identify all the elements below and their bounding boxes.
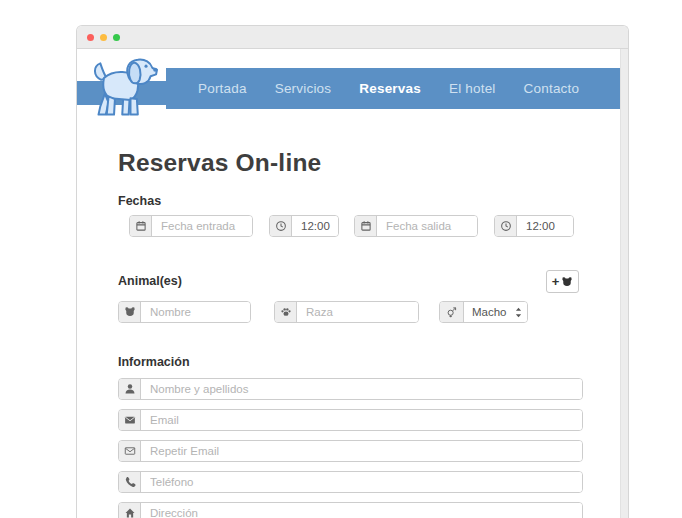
nav-item-reservas[interactable]: Reservas	[345, 81, 435, 96]
select-caret-icon	[515, 307, 522, 318]
envelope-outline-icon	[119, 441, 141, 461]
info-row	[118, 440, 583, 462]
nav-item-contacto[interactable]: Contacto	[510, 81, 594, 96]
fecha-entrada-input[interactable]	[152, 216, 252, 236]
clock-icon	[495, 216, 517, 236]
fechas-row	[129, 215, 583, 237]
animal-nombre-group	[118, 301, 251, 323]
email-input[interactable]	[141, 410, 582, 430]
zoom-window-button[interactable]	[113, 34, 120, 41]
info-row	[118, 502, 583, 518]
hora-entrada-group	[269, 215, 339, 237]
animal-row: Macho	[118, 301, 583, 323]
direccion-input[interactable]	[141, 503, 582, 518]
animal-sexo-group: Macho	[439, 301, 528, 323]
browser-titlebar	[77, 26, 628, 49]
page-viewport: Portada Servicios Reservas El hotel Cont…	[77, 49, 628, 518]
dog-logo[interactable]	[86, 57, 164, 121]
home-icon	[119, 503, 141, 518]
animal-nombre-input[interactable]	[141, 302, 250, 322]
reservation-form: Reservas On-line Fechas	[77, 149, 622, 518]
animales-section-label: Animal(es)	[118, 274, 583, 288]
info-row	[118, 378, 583, 400]
nav-item-portada[interactable]: Portada	[184, 81, 261, 96]
hora-entrada-input[interactable]	[292, 216, 338, 236]
informacion-section-label: Información	[118, 355, 583, 369]
gender-icon	[440, 302, 464, 322]
nombre-apellidos-input[interactable]	[141, 379, 582, 399]
clock-icon	[270, 216, 292, 236]
telefono-group	[118, 471, 583, 493]
animal-raza-input[interactable]	[297, 302, 418, 322]
fecha-salida-input[interactable]	[377, 216, 477, 236]
browser-window: Portada Servicios Reservas El hotel Cont…	[76, 25, 629, 518]
animal-sexo-select[interactable]: Macho	[464, 302, 527, 322]
minimize-window-button[interactable]	[100, 34, 107, 41]
info-row	[118, 471, 583, 493]
hora-salida-input[interactable]	[517, 216, 573, 236]
close-window-button[interactable]	[87, 34, 94, 41]
dog-icon	[561, 276, 573, 288]
plus-icon: +	[552, 275, 560, 288]
info-row	[118, 409, 583, 431]
fecha-entrada-group	[129, 215, 253, 237]
calendar-icon	[130, 216, 152, 236]
fechas-section-label: Fechas	[118, 194, 583, 208]
add-animal-button[interactable]: +	[546, 270, 579, 293]
paw-icon	[275, 302, 297, 322]
animal-sexo-value: Macho	[472, 306, 507, 318]
repetir-email-input[interactable]	[141, 441, 582, 461]
email-group	[118, 409, 583, 431]
hora-salida-group	[494, 215, 574, 237]
nav-item-el-hotel[interactable]: El hotel	[435, 81, 510, 96]
nav-item-servicios[interactable]: Servicios	[261, 81, 346, 96]
dog-icon	[119, 302, 141, 322]
calendar-icon	[355, 216, 377, 236]
telefono-input[interactable]	[141, 472, 582, 492]
page-title: Reservas On-line	[118, 149, 583, 177]
user-icon	[119, 379, 141, 399]
animal-raza-group	[274, 301, 419, 323]
scrollbar-track[interactable]	[620, 49, 628, 518]
envelope-filled-icon	[119, 410, 141, 430]
direccion-group	[118, 502, 583, 518]
phone-icon	[119, 472, 141, 492]
repetir-email-group	[118, 440, 583, 462]
fecha-salida-group	[354, 215, 478, 237]
main-navbar: Portada Servicios Reservas El hotel Cont…	[166, 68, 620, 109]
nombre-apellidos-group	[118, 378, 583, 400]
